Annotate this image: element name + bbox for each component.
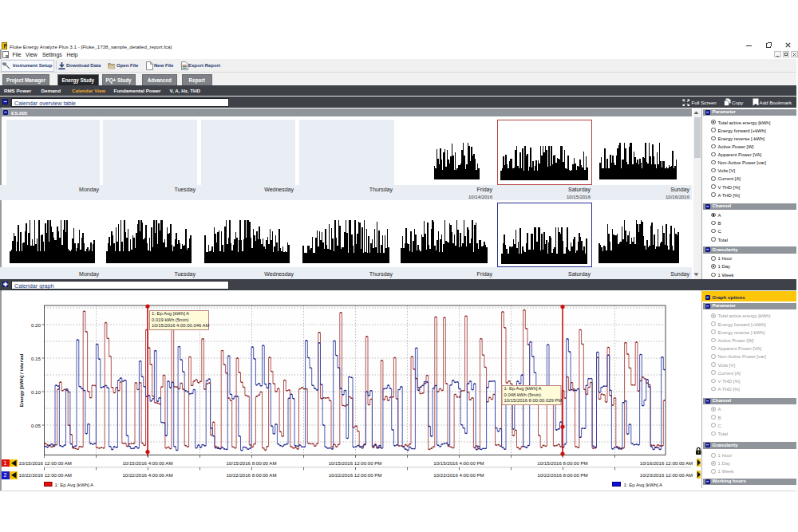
svg-text:1: Ep Avg [kWh] A: 1: Ep Avg [kWh] A	[152, 311, 189, 316]
svg-text:10/22/2016 8:00:00 PM: 10/22/2016 8:00:00 PM	[537, 472, 587, 478]
svg-text:1: Ep Avg [kWh] A: 1: Ep Avg [kWh] A	[624, 482, 664, 487]
svg-text:Energy [kWh] / interval: Energy [kWh] / interval	[18, 353, 24, 407]
svg-text:10/15/2016 4:00:00 AM: 10/15/2016 4:00:00 AM	[122, 460, 172, 466]
svg-text:1: Ep Avg [kWh] A: 1: Ep Avg [kWh] A	[55, 482, 95, 487]
svg-text:10/22/2016 12:00:00 PM: 10/22/2016 12:00:00 PM	[329, 472, 382, 478]
svg-text:10/22/2016 4:00:00 PM: 10/22/2016 4:00:00 PM	[433, 472, 484, 478]
svg-text:0.048 kWh (5min): 0.048 kWh (5min)	[504, 392, 542, 397]
svg-text:10/16/2016 12:00:00 AM: 10/16/2016 12:00:00 AM	[640, 460, 693, 466]
svg-text:0.10: 0.10	[31, 389, 41, 395]
svg-text:10/22/2016 8:00:00 AM: 10/22/2016 8:00:00 AM	[226, 472, 276, 478]
svg-text:10/15/2016 4:00:00 PM: 10/15/2016 4:00:00 PM	[433, 460, 484, 466]
svg-text:10/23/2016 12:00:00 AM: 10/23/2016 12:00:00 AM	[640, 472, 693, 478]
svg-text:10/15/2016 8:00:00 AM: 10/15/2016 8:00:00 AM	[226, 460, 276, 466]
svg-text:10/22/2016 4:00:00 AM: 10/22/2016 4:00:00 AM	[122, 472, 172, 478]
svg-text:10/22/2016 12:00:00 AM: 10/22/2016 12:00:00 AM	[19, 472, 72, 478]
svg-text:10/15/2016 4:00:00.046 AM: 10/15/2016 4:00:00.046 AM	[152, 323, 209, 328]
svg-text:0.05: 0.05	[31, 423, 41, 428]
svg-text:0.019 kWh (5min): 0.019 kWh (5min)	[152, 317, 189, 322]
svg-text:0.20: 0.20	[31, 322, 41, 328]
svg-text:1: Ep Avg [kWh] A: 1: Ep Avg [kWh] A	[504, 386, 542, 391]
svg-text:10/15/2016 8:00:00 PM: 10/15/2016 8:00:00 PM	[537, 460, 587, 466]
svg-text:10/15/2016 12:00:00 AM: 10/15/2016 12:00:00 AM	[19, 460, 72, 466]
svg-text:10/15/2016 12:00:00 PM: 10/15/2016 12:00:00 PM	[329, 460, 382, 466]
svg-text:10/15/2016 8:00:00.029 PM: 10/15/2016 8:00:00.029 PM	[504, 398, 563, 403]
svg-text:0.15: 0.15	[31, 356, 41, 361]
